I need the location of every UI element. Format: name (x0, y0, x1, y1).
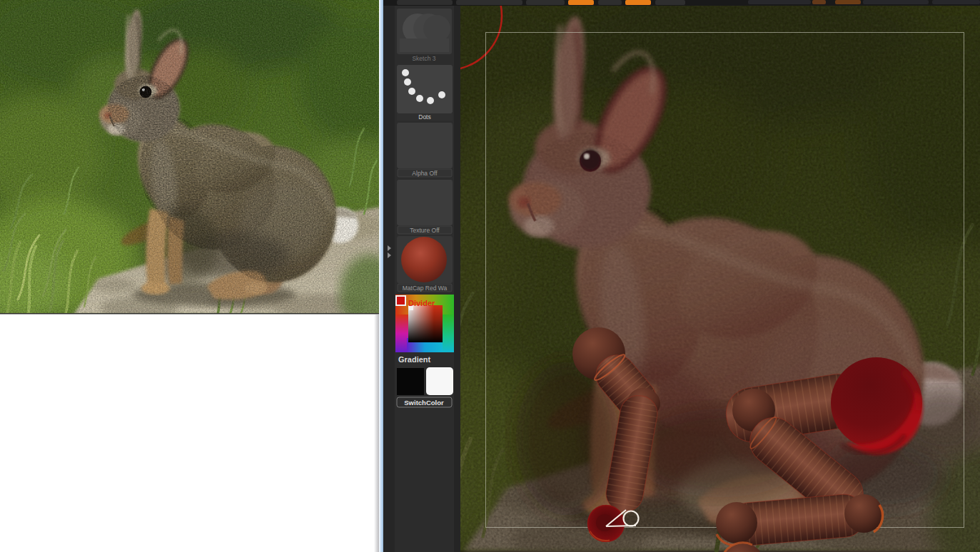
svg-text:Texture Off: Texture Off (410, 227, 440, 234)
svg-text:Divider: Divider (408, 299, 435, 307)
svg-text:Gradient: Gradient (398, 355, 431, 364)
svg-text:Sketch 3: Sketch 3 (412, 55, 435, 62)
svg-text:MatCap Red Wa: MatCap Red Wa (403, 285, 448, 292)
svg-text:Alpha Off: Alpha Off (412, 170, 438, 177)
svg-text:SwitchColor: SwitchColor (404, 399, 444, 407)
svg-text:Dots: Dots (418, 113, 430, 121)
